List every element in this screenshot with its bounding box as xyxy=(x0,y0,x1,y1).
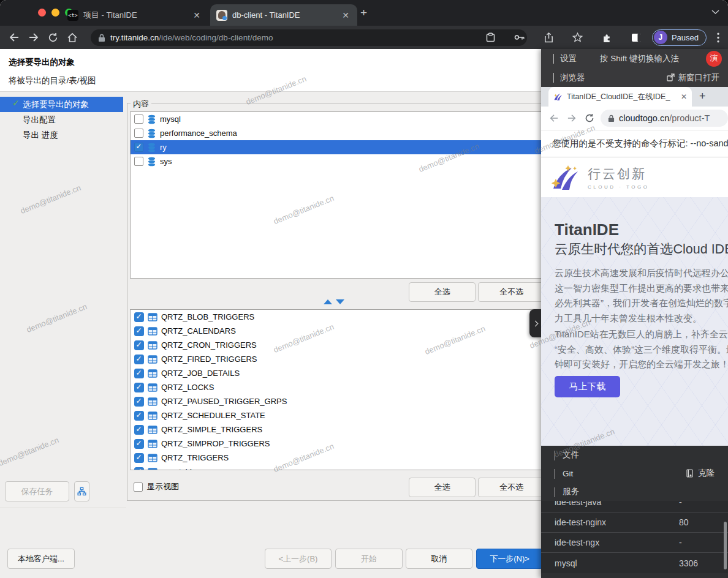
table-checkbox[interactable] xyxy=(134,326,144,336)
table-checkbox[interactable] xyxy=(134,397,144,407)
save-page-icon[interactable] xyxy=(486,32,495,42)
tab-db-client[interactable]: db-client - TitanIDE ✕ xyxy=(210,4,357,26)
preview-tab[interactable]: TitanIDE_CloudIDE_在线IDE_ ✕ xyxy=(548,87,692,107)
table-row[interactable]: QRTZ_LOCKS xyxy=(131,380,606,394)
splitter-up-icon[interactable] xyxy=(324,299,332,304)
bookmark-star-icon[interactable] xyxy=(572,32,583,42)
table-icon xyxy=(148,341,157,350)
preview-address-bar[interactable]: cloudtogo.cn/product-T xyxy=(601,110,728,127)
step-label: 导出配置 xyxy=(23,114,56,126)
extensions-puzzle-icon[interactable] xyxy=(602,32,612,43)
database-checkbox[interactable] xyxy=(134,143,143,152)
wizard-step[interactable]: ✓ 导出配置 xyxy=(0,112,123,127)
cancel-button[interactable]: 取消 xyxy=(406,549,472,569)
git-clone-button[interactable]: 克隆 xyxy=(686,468,715,479)
database-checkbox[interactable] xyxy=(134,129,143,138)
database-row[interactable]: ry xyxy=(131,140,606,154)
table-row[interactable]: QRTZ_SCHEDULER_STATE xyxy=(131,408,606,422)
download-button[interactable]: 马上下载 xyxy=(555,376,620,397)
table-checkbox[interactable] xyxy=(134,312,144,322)
tab-search-chevron-icon[interactable] xyxy=(711,9,719,15)
password-key-icon[interactable] xyxy=(514,34,525,41)
preview-new-tab-button[interactable]: + xyxy=(699,90,706,103)
table-checkbox[interactable] xyxy=(134,340,144,350)
reload-icon[interactable] xyxy=(48,32,58,43)
splitter-down-icon[interactable] xyxy=(336,299,344,304)
profile-button[interactable]: J Paused xyxy=(652,29,707,46)
close-icon[interactable]: ✕ xyxy=(681,92,687,101)
paragraph-line: 必先利其器”，我们开发者在创造灿烂的数字化 xyxy=(555,296,728,311)
table-row[interactable]: QRTZ_TRIGGERS xyxy=(131,451,606,465)
show-views-option[interactable]: 显示视图 xyxy=(134,481,179,492)
share-icon[interactable] xyxy=(544,32,553,43)
table-icon xyxy=(148,313,157,321)
start-button[interactable]: 开始 xyxy=(335,549,403,569)
database-row[interactable]: performance_schema xyxy=(131,126,606,140)
step-label: 选择要导出的对象 xyxy=(23,99,89,110)
files-section-row[interactable]: 文件 xyxy=(541,446,728,464)
table-row[interactable]: QRTZ_FIRED_TRIGGERS xyxy=(131,352,606,366)
next-step-button[interactable]: 下一步(N)> xyxy=(476,549,543,569)
demo-badge[interactable]: 演 xyxy=(706,51,722,67)
splitter-handle[interactable] xyxy=(324,299,344,304)
forward-icon[interactable] xyxy=(567,114,577,122)
back-icon[interactable] xyxy=(9,32,20,42)
new-tab-button[interactable]: + xyxy=(360,7,367,18)
table-name: QRTZ_PAUSED_TRIGGER_GRPS xyxy=(161,397,287,406)
address-bar[interactable]: try.titanide.cn/ide/web/coding/db-client… xyxy=(91,29,527,46)
task-scheme-button[interactable] xyxy=(74,481,89,501)
table-checkbox[interactable] xyxy=(134,425,144,435)
tab-project[interactable]: <t> 项目 - TitanIDE ✕ xyxy=(61,4,208,26)
table-row[interactable]: gen_table xyxy=(131,465,606,470)
services-section-row[interactable]: 服务 xyxy=(541,482,728,501)
browser-section-row[interactable]: 浏览器 新窗口打开 xyxy=(541,68,728,87)
database-row[interactable]: mysql xyxy=(131,112,606,126)
table-checkbox[interactable] xyxy=(134,355,144,364)
database-checkbox[interactable] xyxy=(134,114,143,124)
database-row[interactable]: sys xyxy=(131,154,606,168)
panel-collapse-handle[interactable] xyxy=(529,309,541,337)
reload-icon[interactable] xyxy=(585,113,594,123)
select-all-top-button[interactable]: 全选 xyxy=(409,282,476,302)
side-panel-icon[interactable] xyxy=(631,33,642,42)
save-task-button[interactable]: 保存任务 xyxy=(5,481,69,501)
wizard-step[interactable]: ✓ 导出 进度 xyxy=(0,127,123,143)
table-checkbox[interactable] xyxy=(134,411,144,421)
table-row[interactable]: QRTZ_SIMPLE_TRIGGERS xyxy=(131,422,606,437)
brand-subtitle: CLOUD · TOGO xyxy=(588,184,649,190)
table-row[interactable]: QRTZ_PAUSED_TRIGGER_GRPS xyxy=(131,394,606,408)
table-checkbox[interactable] xyxy=(134,383,144,392)
show-views-checkbox[interactable] xyxy=(134,482,143,492)
forward-icon[interactable] xyxy=(28,32,39,42)
git-section-row[interactable]: Git 克隆 xyxy=(541,464,728,482)
service-row[interactable]: ide-test-nginx 80 xyxy=(541,512,728,533)
table-checkbox[interactable] xyxy=(134,369,144,378)
table-row[interactable]: QRTZ_CRON_TRIGGERS xyxy=(131,338,606,352)
select-none-top-button[interactable]: 全不选 xyxy=(478,282,545,302)
home-icon[interactable] xyxy=(67,32,78,43)
table-row[interactable]: QRTZ_JOB_DETAILS xyxy=(131,366,606,380)
wizard-step[interactable]: ✓ 选择要导出的对象 xyxy=(0,97,123,112)
open-new-window-button[interactable]: 新窗口打开 xyxy=(667,72,720,83)
table-checkbox[interactable] xyxy=(134,439,144,449)
menu-kebab-icon[interactable] xyxy=(717,32,719,43)
service-row[interactable]: ide-test-ngx - xyxy=(541,533,728,553)
select-none-bottom-button[interactable]: 全不选 xyxy=(478,478,545,497)
minimize-window-button[interactable] xyxy=(51,9,59,17)
settings-section-row[interactable]: 设置 按 Shift 键切换输入法 演 xyxy=(541,49,728,68)
previous-step-button[interactable]: <上一步(B) xyxy=(265,549,332,569)
back-icon[interactable] xyxy=(549,114,559,122)
table-checkbox[interactable] xyxy=(134,453,144,463)
local-client-button[interactable]: 本地客户端... xyxy=(7,549,75,569)
database-checkbox[interactable] xyxy=(134,157,143,166)
close-window-button[interactable] xyxy=(38,9,46,17)
select-all-bottom-button[interactable]: 全选 xyxy=(409,478,476,497)
scrollbar-thumb[interactable] xyxy=(724,522,727,569)
sitemap-icon xyxy=(77,487,86,496)
close-tab-icon[interactable]: ✕ xyxy=(340,10,351,20)
table-row[interactable]: QRTZ_SIMPROP_TRIGGERS xyxy=(131,437,606,451)
service-row[interactable]: mysql 3306 xyxy=(541,553,728,573)
close-tab-icon[interactable]: ✕ xyxy=(191,10,202,20)
table-checkbox[interactable] xyxy=(134,467,144,471)
hero-title: TitanIDE xyxy=(555,220,619,239)
